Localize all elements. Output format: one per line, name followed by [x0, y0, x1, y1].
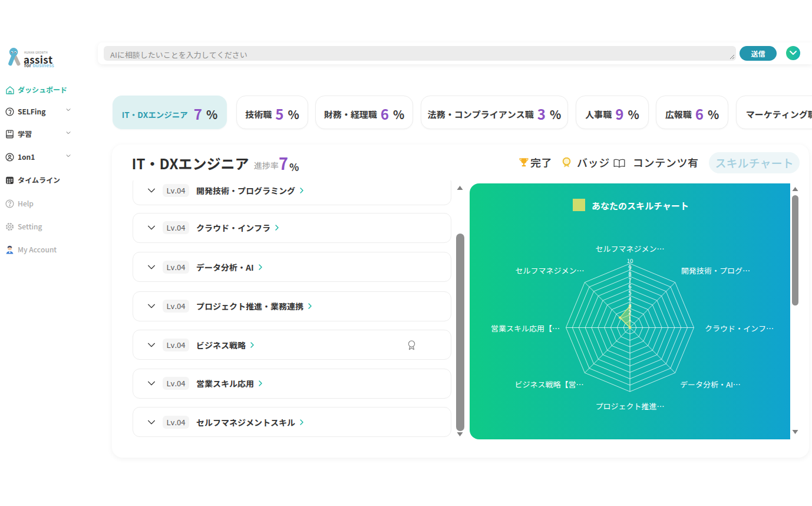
svg-text:データ分析・AI…: データ分析・AI…: [680, 378, 741, 389]
svg-text:10: 10: [627, 257, 633, 265]
svg-text:セルフマネジメン…: セルフマネジメン…: [595, 242, 664, 254]
svg-text:プロジェクト推進…: プロジェクト推進…: [595, 400, 664, 411]
svg-text:クラウド・インフ…: クラウド・インフ…: [705, 322, 774, 333]
svg-text:ビジネス戦略【営…: ビジネス戦略【営…: [515, 378, 584, 389]
svg-text:セルフマネジメン…: セルフマネジメン…: [516, 264, 585, 275]
svg-text:営業スキル応用【…: 営業スキル応用【…: [491, 322, 560, 333]
svg-text:開発技術・プログ…: 開発技術・プログ…: [681, 264, 750, 275]
